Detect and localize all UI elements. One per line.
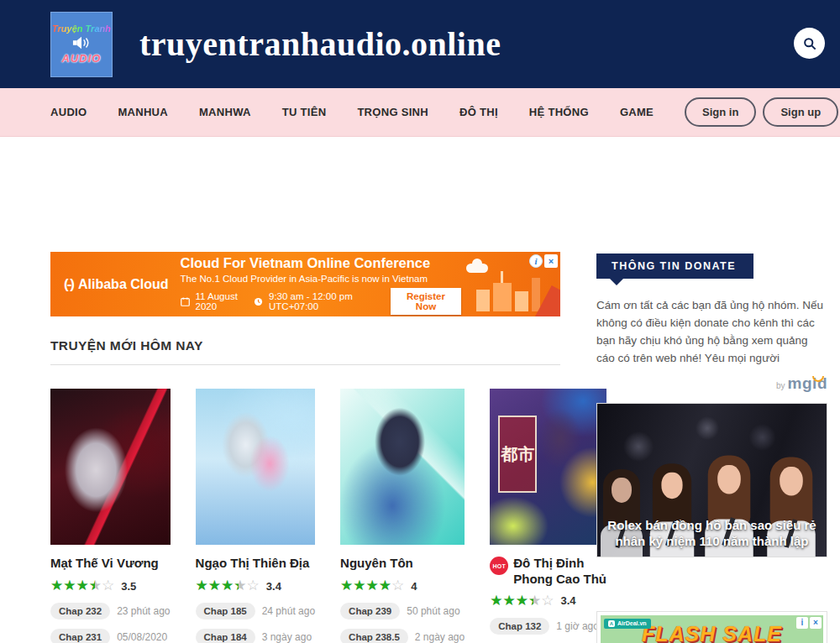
logo-text-top: Truyện Tranh	[52, 24, 111, 34]
search-icon	[801, 35, 818, 52]
star-rating-icons: ★★★★★★★★☆★	[196, 578, 260, 593]
sidebar: THÔNG TIN DONATE Cám ơn tất cả các bạn đ…	[596, 254, 827, 643]
ad-close-icon[interactable]: ×	[544, 254, 558, 268]
chapter-row: Chap 132 1 giờ ago	[490, 618, 606, 635]
chapter-time: 2 ngày ago	[415, 631, 465, 643]
chapter-badge[interactable]: Chap 231	[50, 629, 110, 643]
rating-value: 3.4	[266, 580, 281, 593]
chapter-time: 3 ngày ago	[262, 631, 312, 643]
star-rating-icons: ★★★★★★★★☆★	[50, 578, 114, 593]
nav-item-manhua[interactable]: MANHUA	[118, 106, 168, 118]
comic-cover-image[interactable]	[340, 389, 465, 545]
ad-date: 11 August 2020	[196, 291, 248, 311]
comic-title-link[interactable]: Ngạo Thị Thiên Địa	[196, 556, 310, 572]
chapter-time: 23 phút ago	[117, 605, 170, 617]
main-nav: AUDIO MANHUA MANHWA TU TIÊN TRỌNG SINH Đ…	[0, 88, 840, 137]
comic-title-link[interactable]: Mạt Thế Vi Vương	[50, 556, 159, 572]
chapter-badge[interactable]: Chap 132	[490, 618, 549, 635]
alibaba-ad-banner[interactable]: (-) Alibaba Cloud Cloud For Vietnam Onli…	[50, 252, 560, 316]
chapter-badge[interactable]: Chap 238.5	[340, 629, 408, 643]
alibaba-brand: (-) Alibaba Cloud	[50, 276, 181, 293]
comic-title-link[interactable]: Nguyên Tôn	[340, 556, 413, 572]
content-column: (-) Alibaba Cloud Cloud For Vietnam Onli…	[50, 252, 560, 643]
ad-title: Cloud For Vietnam Online Conference	[181, 255, 461, 271]
chapter-time: 05/08/2020	[117, 631, 167, 643]
hot-badge: HOT	[490, 557, 508, 575]
native-ad-caption: Rolex bán đồng hồ bản sao siêu rẻ nhân k…	[597, 517, 827, 550]
alibaba-brand-name: Alibaba Cloud	[78, 277, 169, 292]
chapter-time: 24 phút ago	[262, 605, 315, 617]
nav-item-audio[interactable]: AUDIO	[50, 106, 87, 118]
ad-meta-row: 11 August 2020 9:30 am - 12:00 pm UTC+07…	[181, 288, 461, 315]
chapter-badge[interactable]: Chap 184	[196, 629, 255, 643]
rating-row: ★★★★★★★★☆★ 4	[340, 578, 465, 593]
ad-info-icon[interactable]: i	[529, 254, 543, 268]
comic-cover-image[interactable]	[196, 389, 316, 545]
flash-sale-ad[interactable]: A AirDeal.vn i × FLASH SALE XEM NGAY	[596, 611, 827, 643]
nav-item-trong-sinh[interactable]: TRỌNG SINH	[357, 106, 428, 118]
speaker-icon	[72, 35, 91, 50]
comic-card: Ngạo Thị Thiên Địa ★★★★★★★★☆★ 3.4 Chap 1…	[196, 389, 316, 643]
sign-up-button[interactable]: Sign up	[763, 97, 838, 127]
flash-ad-controls: i ×	[796, 617, 822, 629]
comic-card: 都市 HOT Đô Thị Đỉnh Phong Cao Thủ ★★★★★★★…	[490, 389, 606, 643]
chapter-badge[interactable]: Chap 239	[340, 603, 400, 619]
mgid-by-label: by	[776, 381, 785, 390]
auth-buttons: Sign in Sign up	[685, 97, 838, 127]
site-logo[interactable]: Truyện Tranh AUDIO	[50, 12, 113, 77]
clock-icon	[254, 297, 263, 306]
rating-value: 3.4	[560, 594, 575, 607]
flash-brand-icon: A	[608, 620, 615, 627]
rating-value: 4	[411, 580, 417, 593]
ad-subtitle: The No.1 Cloud Provider in Asia-Pacific …	[181, 274, 461, 284]
nav-item-he-thong[interactable]: HỆ THỐNG	[529, 106, 589, 118]
chapter-time: 50 phút ago	[407, 605, 459, 617]
donate-text: Cám ơn tất cả các bạn đã ủng hộ nhóm. Nế…	[596, 297, 827, 368]
comic-card-grid: Mạt Thế Vi Vương ★★★★★★★★☆★ 3.5 Chap 232…	[50, 389, 560, 643]
comic-cover-image[interactable]: 都市	[490, 389, 606, 545]
site-header: Truyện Tranh AUDIO truyentranhaudio.onli…	[0, 0, 840, 88]
chapter-row: Chap 185 24 phút ago	[196, 603, 316, 619]
rating-value: 3.5	[121, 580, 136, 593]
alibaba-logo-icon: (-)	[64, 276, 73, 293]
site-title[interactable]: truyentranhaudio.online	[139, 24, 501, 64]
ad-controls: i ×	[529, 254, 558, 268]
chapter-row: Chap 238.5 2 ngày ago	[340, 629, 465, 643]
ad-text-block: Cloud For Vietnam Online Conference The …	[181, 254, 461, 315]
cloud-graphic	[466, 264, 488, 273]
flash-ad-brand: A AirDeal.vn	[604, 619, 651, 629]
flash-ad-close-icon[interactable]: ×	[810, 617, 822, 629]
chapter-badge[interactable]: Chap 232	[50, 603, 110, 619]
register-now-button[interactable]: Register Now	[391, 288, 461, 315]
rolex-native-ad[interactable]: Rolex bán đồng hồ bản sao siêu rẻ nhân k…	[596, 403, 827, 557]
search-button[interactable]	[794, 28, 825, 59]
chapter-badge[interactable]: Chap 185	[196, 603, 255, 619]
comic-cover-image[interactable]	[50, 389, 171, 545]
ad-time: 9:30 am - 12:00 pm UTC+07:00	[269, 291, 376, 311]
sign-in-button[interactable]: Sign in	[685, 97, 756, 127]
rating-row: ★★★★★★★★☆★ 3.4	[490, 593, 606, 609]
chapter-row: Chap 232 23 phút ago	[50, 603, 171, 619]
star-rating-icons: ★★★★★★★★☆★	[490, 593, 554, 609]
mgid-attribution[interactable]: bymgid	[596, 374, 827, 393]
nav-item-do-thi[interactable]: ĐÔ THỊ	[459, 106, 498, 118]
nav-item-manhwa[interactable]: MANHWA	[199, 106, 251, 118]
chapter-row: Chap 231 05/08/2020	[50, 629, 171, 643]
nav-item-game[interactable]: GAME	[620, 106, 654, 118]
calendar-icon	[181, 297, 190, 306]
comic-title-link[interactable]: Đô Thị Đỉnh Phong Cao Thủ	[513, 556, 606, 588]
chapter-time: 1 giờ ago	[556, 620, 599, 632]
rating-row: ★★★★★★★★☆★ 3.5	[50, 578, 171, 593]
chapter-row: Chap 239 50 phút ago	[340, 603, 465, 619]
flash-ad-info-icon[interactable]: i	[796, 617, 808, 629]
chapter-row: Chap 184 3 ngày ago	[196, 629, 316, 643]
main-content: (-) Alibaba Cloud Cloud For Vietnam Onli…	[0, 137, 840, 643]
mgid-logo: mgid	[788, 374, 827, 392]
logo-text-audio: AUDIO	[62, 52, 102, 65]
section-title: TRUYỆN MỚI HÔM NAY	[50, 338, 203, 353]
star-rating-icons: ★★★★★★★★☆★	[340, 578, 404, 593]
donate-section-title: THÔNG TIN DONATE	[596, 254, 753, 279]
rating-row: ★★★★★★★★☆★ 3.4	[196, 578, 316, 593]
nav-item-tu-tien[interactable]: TU TIÊN	[282, 106, 327, 118]
section-header: TRUYỆN MỚI HÔM NAY	[50, 338, 560, 365]
